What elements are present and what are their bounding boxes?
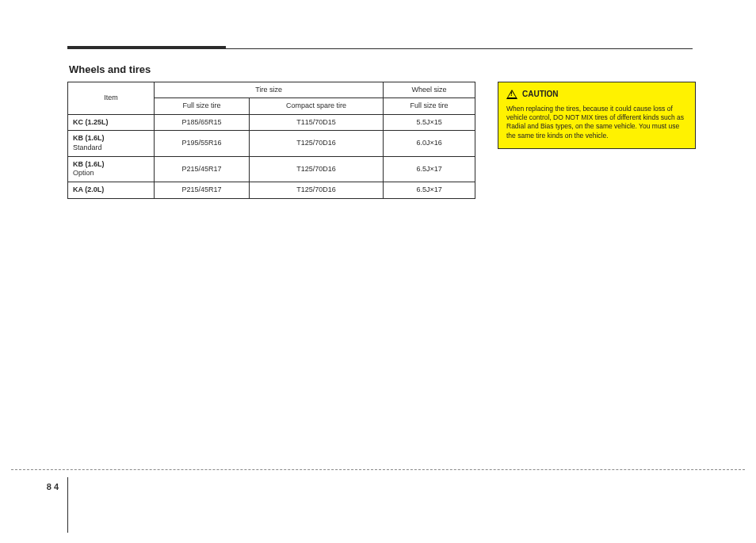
table-row: KB (1.6L) Standard P195/55R16 T125/70D16… [68,131,475,156]
cell: 6.0J×16 [384,131,475,156]
table-row: KC (1.25L) P185/65R15 T115/70D15 5.5J×15 [68,114,475,131]
col-wheelsize-header: Wheel size [384,82,475,98]
content-row: Item Tire size Wheel size Full size tire… [67,82,693,199]
col-fullsize-header: Full size tire [155,98,250,114]
cell: P195/55R16 [155,131,250,156]
cell: T125/70D16 [249,182,383,198]
row-label: KA (2.0L) [68,182,155,198]
page-number: 8 4 [35,482,59,491]
row-label: KB (1.6L) Option [68,156,155,182]
page-body: Wheels and tires Item Tire size Wheel si… [67,46,693,199]
cell: T125/70D16 [249,156,383,182]
row-label-strong: KB (1.6L) [73,134,149,143]
cell: P215/45R17 [155,156,250,182]
row-label: KB (1.6L) Standard [68,131,155,156]
col-item-header: Item [68,82,155,115]
cell: P185/65R15 [155,114,250,131]
row-label-strong: KB (1.6L) [73,160,149,170]
header-rule-thin [67,48,693,49]
cell: T115/70D15 [249,114,383,131]
cell: P215/45R17 [155,182,250,198]
warning-icon: ! [506,90,517,99]
row-label-strong: KC (1.25L) [73,118,149,128]
row-label-strong: KA (2.0L) [73,185,149,195]
cell: 6.5J×17 [384,156,475,182]
footer-dashed-rule [11,469,745,470]
cell: 5.5J×15 [384,114,475,131]
section-title: Wheels and tires [69,63,693,75]
col-spare-header: Compact spare tire [249,98,383,114]
spec-table-wrap: Item Tire size Wheel size Full size tire… [67,82,475,199]
col-tiresize-header: Tire size [155,82,384,98]
table-header-row-1: Item Tire size Wheel size [68,82,475,98]
col-wheel-full-header: Full size tire [384,98,475,114]
table-row: KB (1.6L) Option P215/45R17 T125/70D16 6… [68,156,475,182]
table-row: KA (2.0L) P215/45R17 T125/70D16 6.5J×17 [68,182,475,198]
caution-header: ! CAUTION [506,89,687,100]
spec-table: Item Tire size Wheel size Full size tire… [67,82,475,199]
cell: T125/70D16 [249,131,383,156]
cell: 6.5J×17 [384,182,475,198]
caution-body: When replacing the tires, because it cou… [506,105,687,141]
row-label-sub: Option [73,169,94,177]
caution-label: CAUTION [522,89,559,100]
row-label: KC (1.25L) [68,114,155,131]
row-label-sub: Standard [73,143,102,151]
caution-callout: ! CAUTION When replacing the tires, beca… [498,82,696,149]
footer-gutter-bar [67,477,76,533]
page-footer: 8 4 [0,469,756,470]
